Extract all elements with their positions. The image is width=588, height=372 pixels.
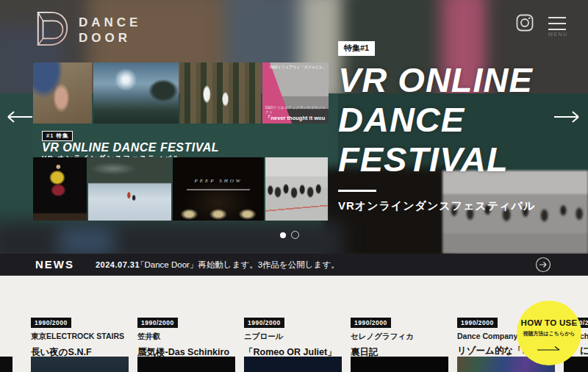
pagination-dot-active[interactable] <box>280 232 286 238</box>
carousel-active-slide[interactable]: D&Dトライアウト「ダブルビル」 D&Dクリエイティブダンスプロジェクト 「ne… <box>33 62 329 221</box>
thumbnail-dance-studio <box>265 157 328 221</box>
feature-subtitle: VRオンラインダンスフェスティバル <box>338 199 584 213</box>
news-date: 2024.07.31 <box>96 254 140 276</box>
thumbnail-yellow-dancer <box>33 157 87 221</box>
work-card[interactable]: 1990/2000 笠井叡 蜃気楼-Das Schinkiro <box>137 276 235 372</box>
carousel-pagination <box>280 231 299 239</box>
work-artist: 東京ELECTROCK STAIRS <box>31 332 129 342</box>
thumbnail-peep-show: PEEP SHOW <box>173 157 264 221</box>
slide-title-band: #1 特集 VR ONLINE DANCE FESTIVAL VR オンラインダ… <box>33 124 329 157</box>
hamburger-icon <box>548 17 566 18</box>
logo-text-line2: DOOR <box>79 30 141 46</box>
how-to-use-button[interactable]: HOW TO USE 視聴方法はこちらから <box>517 301 581 365</box>
thumbnail-landscape <box>93 62 179 124</box>
works-section: 1990/2000 東京ELECTROCK STAIRS 長い夜のS.N.F 1… <box>0 276 588 372</box>
peep-show-title: PEEP SHOW <box>173 178 264 184</box>
work-thumbnail[interactable] <box>351 357 448 372</box>
era-badge: 1990/2000 <box>31 318 71 328</box>
pagination-dot[interactable] <box>291 231 299 239</box>
carousel-next-arrow-icon[interactable] <box>553 110 581 126</box>
work-thumbnail-partial[interactable] <box>0 357 12 372</box>
how-to-use-arrow-icon <box>517 343 581 356</box>
thumbnail-snow-scene <box>88 157 171 221</box>
feature-title-line2: DANCE <box>338 100 584 140</box>
carousel-prev-arrow-icon[interactable] <box>6 110 34 126</box>
work-card[interactable]: 1990/2000 ニブロール 「Romeo OR Juliet」 <box>244 276 342 372</box>
slide-title: VR ONLINE DANCE FESTIVAL <box>42 141 329 154</box>
news-bar: NEWS 2024.07.31 「Dance Door」再始動します。3作品を公… <box>0 254 588 276</box>
site-logo[interactable]: DANCE DOOR <box>33 10 141 50</box>
work-card[interactable]: 1990/2000 セレノグラフィカ 裏日記 <box>351 276 448 372</box>
era-badge: 1990/2000 <box>351 318 391 328</box>
feature-number-badge: 特集#1 <box>338 41 375 56</box>
work-artist: 笠井叡 <box>137 332 235 342</box>
feature-headline: 特集#1 VR ONLINE DANCE FESTIVAL VRオンラインダンス… <box>338 40 584 213</box>
how-to-use-subtitle: 視聴方法はこちらから <box>517 330 581 337</box>
logo-text-line1: DANCE <box>79 15 141 30</box>
thumbnail-duo-project: D&Dトライアウト「ダブルビル」 D&Dクリエイティブダンスプロジェクト 「ne… <box>262 62 329 124</box>
era-badge: 1990/2000 <box>244 318 284 328</box>
work-card[interactable]: 1990/2000 東京ELECTROCK STAIRS 長い夜のS.N.F <box>31 276 129 372</box>
era-badge: 1990/2000 <box>457 318 498 328</box>
thumbnail-caption-top: D&Dトライアウト「ダブルビル」 <box>270 65 326 69</box>
hamburger-menu-button[interactable]: MENU <box>548 17 566 37</box>
menu-label: MENU <box>548 32 566 37</box>
thumbnail-muddy-feet <box>33 62 92 124</box>
news-headline[interactable]: 「Dance Door」再始動します。3作品を公開します。 <box>136 254 340 276</box>
work-thumbnail[interactable] <box>244 357 342 372</box>
work-artist: ニブロール <box>244 332 342 342</box>
slide-feature-badge: #1 特集 <box>42 131 73 141</box>
how-to-use-title: HOW TO USE <box>517 301 581 327</box>
hero-carousel: DANCE DOOR MENU D&Dトライ <box>0 0 588 254</box>
work-thumbnail[interactable] <box>137 357 235 372</box>
instagram-icon[interactable] <box>516 14 534 35</box>
dance-door-monogram-icon <box>33 10 71 50</box>
work-thumbnail[interactable] <box>31 357 129 372</box>
thumbnail-caption-line2: 「never thought it wou <box>265 115 325 122</box>
feature-title-line3: FESTIVAL <box>338 140 584 179</box>
thumbnail-caption-line1: D&Dクリエイティブダンスプロジェクト <box>265 105 329 114</box>
work-artist: セレノグラフィカ <box>351 332 448 342</box>
thumbnail-forest-dancers <box>180 62 261 124</box>
era-badge: 1990/2000 <box>137 318 178 328</box>
feature-title-line1: VR ONLINE <box>338 60 584 100</box>
feature-divider <box>338 190 376 192</box>
news-arrow-icon[interactable] <box>535 257 551 276</box>
news-label: NEWS <box>35 254 74 276</box>
peep-show-subtitle-line <box>187 189 251 190</box>
